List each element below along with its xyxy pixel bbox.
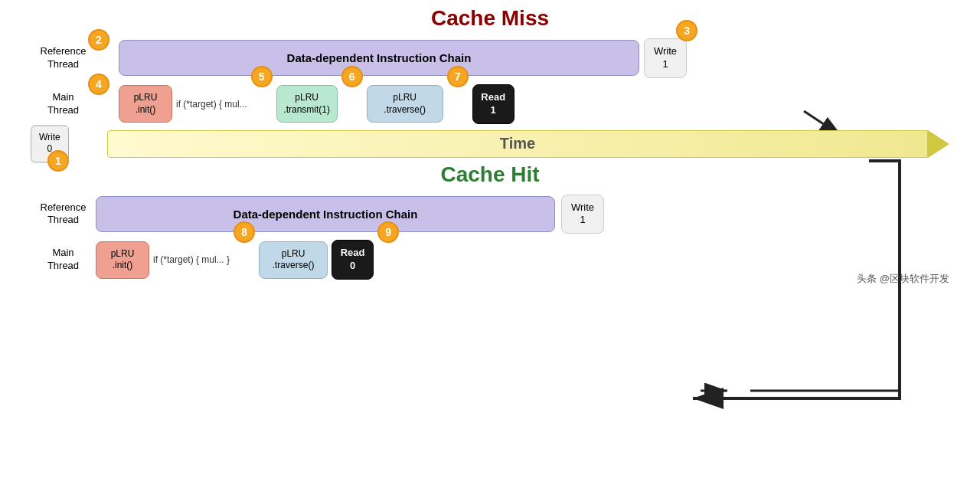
cache-miss-plru-traverse: pLRU.traverse()	[367, 85, 443, 123]
cache-miss-main-label: MainThread	[31, 91, 96, 117]
time-label: Time	[500, 135, 535, 152]
badge-9: 9	[377, 221, 399, 243]
cache-miss-main-row: MainThread 4 pLRU.init() if (*target) { …	[31, 84, 949, 124]
cache-miss-read1: Read1	[472, 84, 514, 124]
cache-miss-plru-transmit: pLRU.transmit(1)	[276, 85, 338, 123]
cache-hit-write1: Write1	[561, 195, 604, 234]
cache-miss-ref-label: ReferenceThread	[31, 45, 96, 71]
time-arrowhead	[928, 130, 949, 158]
badge-6: 6	[341, 66, 363, 87]
badge-4: 4	[88, 74, 109, 95]
cache-hit-instruction-chain: Data-dependent Instruction Chain	[96, 196, 555, 232]
badge-2: 2	[88, 29, 109, 51]
cache-hit-ref-label: ReferenceThread	[31, 201, 96, 228]
badge-5: 5	[251, 66, 273, 87]
cache-miss-title: Cache Miss	[31, 6, 949, 31]
time-row-container: Write0 1 Time	[31, 130, 949, 158]
cache-miss-reference-row: ReferenceThread 2 Data-dependent Instruc…	[31, 38, 949, 78]
cache-hit-read0: Read0	[332, 240, 374, 280]
cache-hit-plru-traverse: pLRU.traverse()	[259, 241, 328, 279]
cache-miss-if-target: if (*target) { mul...	[176, 99, 247, 110]
cache-hit-section: Cache Hit ReferenceThread Data-dependent…	[31, 162, 949, 280]
cache-miss-plru-init: pLRU.init()	[119, 85, 172, 123]
cache-miss-main-content: 4 pLRU.init() if (*target) { mul... 5 pL…	[96, 84, 949, 124]
cache-hit-main-label: MainThread	[31, 247, 96, 273]
badge-1: 1	[47, 150, 69, 172]
cache-hit-if-target: if (*target) { mul... }	[153, 254, 230, 265]
cache-hit-main-content: pLRU.init() if (*target) { mul... } 8 pL…	[96, 240, 949, 280]
cache-hit-reference-row: ReferenceThread Data-dependent Instructi…	[31, 195, 949, 234]
cache-hit-main-row: MainThread pLRU.init() if (*target) { mu…	[31, 240, 949, 280]
time-row: Time	[107, 130, 949, 158]
cache-miss-ref-content: 2 Data-dependent Instruction Chain Write…	[96, 38, 949, 78]
cache-miss-write1: Write1	[644, 38, 687, 78]
cache-hit-ref-content: Data-dependent Instruction Chain Write1	[96, 195, 949, 234]
cache-miss-section: Cache Miss ReferenceThread 2 Data-depend…	[31, 6, 949, 124]
badge-7: 7	[447, 66, 469, 87]
cache-hit-plru-init: pLRU.init()	[96, 241, 149, 279]
watermark: 头条 @区块软件开发	[857, 272, 949, 286]
time-arrow: Time	[107, 130, 928, 158]
cache-hit-title: Cache Hit	[31, 162, 949, 187]
main-wrapper: Cache Miss ReferenceThread 2 Data-depend…	[15, 0, 965, 292]
badge-3: 3	[676, 20, 697, 41]
badge-8: 8	[234, 221, 255, 243]
cache-miss-instruction-chain: Data-dependent Instruction Chain	[119, 40, 639, 76]
